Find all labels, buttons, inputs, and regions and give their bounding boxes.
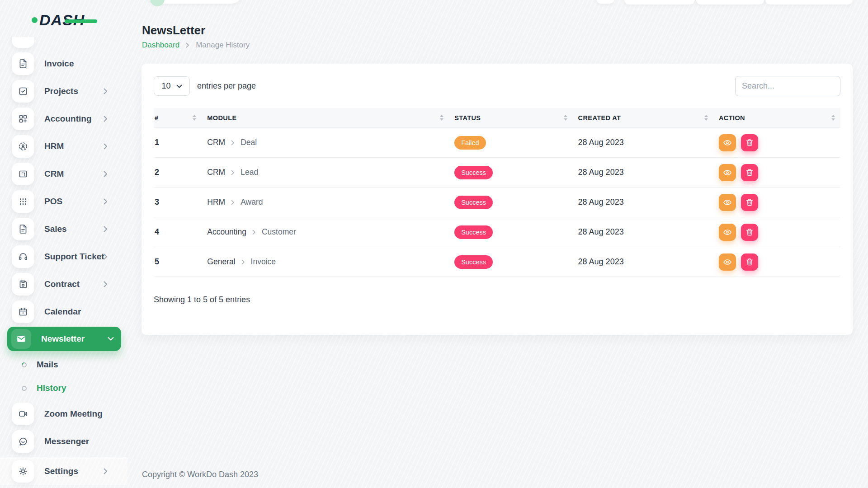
trash-icon [746,169,753,177]
eye-icon [723,169,732,176]
view-button[interactable] [719,224,736,241]
sidebar-item-messenger[interactable]: Messenger [7,427,120,455]
sidebar-item-projects[interactable]: Projects [7,77,120,105]
submodule-name: Lead [241,168,258,177]
sort-icon[interactable] [192,114,197,122]
submodule-name: Award [241,197,263,207]
entries-per-page-value: 10 [161,81,170,91]
eye-icon [723,139,732,146]
status-badge: Success [454,196,493,209]
sidebar-item-hrm[interactable]: HRM [7,132,120,160]
topbar-search-icon [150,0,165,6]
topbar-button-remnant[interactable] [696,0,764,5]
breadcrumb-dashboard-link[interactable]: Dashboard [142,41,179,50]
delete-button[interactable] [741,134,758,151]
table-header: # MODULE STATUS CREATED AT ACTION [154,108,840,128]
trash-icon [746,198,753,206]
chevron-right-icon [104,116,108,122]
row-number: 5 [155,257,159,267]
row-number: 3 [155,197,159,207]
created-at-value: 28 Aug 2023 [578,227,624,237]
column-header-created-at: CREATED AT [573,114,713,122]
sidebar-item-crm[interactable]: CRM [7,160,120,188]
module-name: Accounting [207,227,246,237]
created-at-value: 28 Aug 2023 [578,138,624,147]
chevron-right-icon [186,42,189,48]
sort-icon[interactable] [439,114,444,122]
topbar-button-remnant[interactable] [765,0,853,5]
sidebar-item-accounting[interactable]: Accounting [7,105,120,132]
module-name: HRM [207,197,225,207]
entries-per-page-select[interactable]: 10 [154,76,190,96]
sidebar-item-label: Newsletter [41,334,85,344]
sidebar-menu: Invoice Projects Accounting [0,37,127,488]
delete-button[interactable] [741,253,758,271]
column-header-label: MODULE [207,114,236,122]
status-badge: Success [454,166,493,179]
sidebar-item-settings[interactable]: Settings [7,457,120,485]
column-header-status: STATUS [449,114,572,122]
sidebar-item-label: Zoom Meeting [44,409,103,419]
sidebar-subitem-history[interactable]: History [7,376,120,400]
submodule-name: Invoice [251,257,276,267]
sidebar-item-invoice[interactable]: Invoice [7,50,120,77]
invoice-icon [12,52,34,75]
view-button[interactable] [719,253,736,271]
row-number: 2 [155,168,159,177]
table-toolbar: 10 entries per page [154,76,840,96]
row-number: 1 [155,138,159,147]
sidebar: DASH Invoice Projects [0,0,127,488]
column-header-label: CREATED AT [578,114,621,122]
eye-icon [723,258,732,266]
sort-icon[interactable] [563,114,568,122]
delete-button[interactable] [741,194,758,211]
eye-icon [723,229,732,236]
delete-button[interactable] [741,164,758,181]
sidebar-item-sales[interactable]: Sales [7,215,120,243]
topbar-button-remnant[interactable] [624,0,695,5]
topbar-search-remnant[interactable] [146,0,243,4]
projects-icon [12,80,34,103]
chevron-right-icon [104,281,108,287]
app-logo[interactable]: DASH [32,11,85,29]
sidebar-item-pos[interactable]: POS [7,188,120,215]
delete-button[interactable] [741,224,758,241]
trash-icon [746,139,753,147]
module-cell: HRM Award [202,197,449,207]
chevron-right-icon [104,88,108,94]
view-button[interactable] [719,194,736,211]
sidebar-item-contract[interactable]: Contract [7,270,120,298]
chevron-right-icon [241,259,245,265]
view-button[interactable] [719,164,736,181]
search-input[interactable] [735,76,840,96]
module-cell: Accounting Customer [202,227,449,237]
sort-icon[interactable] [830,114,836,122]
chevron-right-icon [104,143,108,150]
chevron-right-icon [104,198,108,205]
topbar-button-remnant[interactable] [596,0,614,4]
chevron-right-icon [231,140,235,145]
created-at-value: 28 Aug 2023 [578,168,624,177]
sidebar-item-label: Invoice [44,59,74,69]
module-cell: CRM Deal [202,138,449,147]
sidebar-item-calendar[interactable]: Calendar [7,298,120,325]
logo-bar-icon [65,19,97,23]
module-cell: CRM Lead [202,168,449,177]
sort-icon[interactable] [703,114,709,122]
sidebar-item-zoom-meeting[interactable]: Zoom Meeting [7,400,120,427]
sidebar-subitem-mails[interactable]: Mails [7,353,120,376]
sidebar-item-label: Accounting [44,114,92,124]
showing-entries-text: Showing 1 to 5 of 5 entries [154,295,840,305]
entries-per-page-label: entries per page [197,81,256,91]
submodule-name: Customer [262,227,296,237]
trash-icon [746,228,753,236]
sidebar-item-newsletter[interactable]: Newsletter [7,325,120,353]
module-name: General [207,257,235,267]
view-button[interactable] [719,134,736,151]
sidebar-item-support-ticket[interactable]: Support Ticket [7,243,120,270]
pos-icon [12,190,34,213]
bullet-circle-icon [21,361,28,368]
copyright-text: Copyright © WorkDo Dash 2023 [142,470,258,479]
page-title: NewsLetter [142,23,205,38]
sidebar-item-label: Support Ticket [44,252,104,262]
